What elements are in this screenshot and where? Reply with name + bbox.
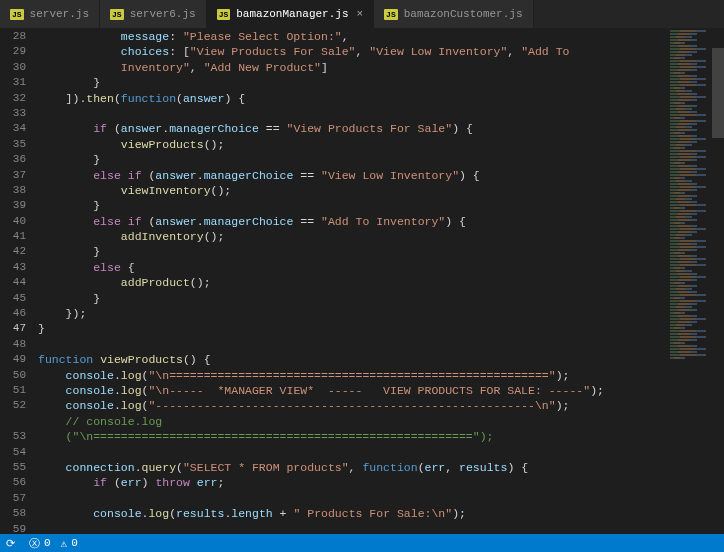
code-line[interactable]: addProduct(); <box>38 275 668 290</box>
code-line[interactable]: ]).then(function(answer) { <box>38 91 668 106</box>
error-icon: ⓧ <box>29 536 40 551</box>
line-number: 33 <box>0 106 26 121</box>
code-line[interactable]: console.log("---------------------------… <box>38 398 668 413</box>
warning-icon: ⚠ <box>61 537 68 550</box>
remote-indicator[interactable]: ⟳ <box>6 537 19 550</box>
warning-count: 0 <box>71 537 78 549</box>
code-line[interactable]: }); <box>38 306 668 321</box>
line-number: 58 <box>0 506 26 521</box>
line-number: 45 <box>0 291 26 306</box>
line-number: 42 <box>0 244 26 259</box>
js-icon: JS <box>384 9 398 20</box>
code-line[interactable]: choices: ["View Products For Sale", "Vie… <box>38 44 668 59</box>
code-line[interactable]: message: "Please Select Option:", <box>38 29 668 44</box>
line-number: 43 <box>0 260 26 275</box>
line-number: 50 <box>0 368 26 383</box>
sync-icon: ⟳ <box>6 537 15 550</box>
code-line[interactable]: else if (answer.managerChoice == "Add To… <box>38 214 668 229</box>
line-number: 37 <box>0 168 26 183</box>
editor: 2829303132333435363738394041424344454647… <box>0 28 724 534</box>
code-line[interactable]: } <box>38 152 668 167</box>
line-number: 30 <box>0 60 26 75</box>
code-line[interactable]: viewProducts(); <box>38 137 668 152</box>
line-number: 55 <box>0 460 26 475</box>
tab-label: server6.js <box>130 8 196 20</box>
tab-server[interactable]: JS server.js <box>0 0 100 28</box>
code-line[interactable]: if (answer.managerChoice == "View Produc… <box>38 121 668 136</box>
code-line[interactable]: console.log("\n----- *MANAGER VIEW* ----… <box>38 383 668 398</box>
code-line[interactable]: else { <box>38 260 668 275</box>
code-line[interactable]: addInventory(); <box>38 229 668 244</box>
code-line[interactable]: } <box>38 321 668 336</box>
js-icon: JS <box>10 9 24 20</box>
code-line[interactable] <box>38 491 668 506</box>
line-number: 54 <box>0 445 26 460</box>
code-line[interactable] <box>38 522 668 535</box>
line-number: 36 <box>0 152 26 167</box>
code-line[interactable]: connection.query("SELECT * FROM products… <box>38 460 668 475</box>
tab-bamazon-manager[interactable]: JS bamazonManager.js × <box>207 0 374 28</box>
code-line[interactable]: Inventory", "Add New Product"] <box>38 60 668 75</box>
code-line[interactable]: console.log("\n=========================… <box>38 368 668 383</box>
line-number: 32 <box>0 91 26 106</box>
code-line[interactable]: function viewProducts() { <box>38 352 668 367</box>
code-line[interactable] <box>38 337 668 352</box>
scroll-thumb[interactable] <box>712 48 724 138</box>
line-number: 47 <box>0 321 26 336</box>
line-number: 48 <box>0 337 26 352</box>
code-line[interactable]: } <box>38 291 668 306</box>
code-line[interactable] <box>38 445 668 460</box>
line-number: 31 <box>0 75 26 90</box>
code-line[interactable]: viewInventory(); <box>38 183 668 198</box>
line-number: 29 <box>0 44 26 59</box>
code-line[interactable]: console.log(results.length + " Products … <box>38 506 668 521</box>
code-line[interactable]: if (err) throw err; <box>38 475 668 490</box>
line-number: 34 <box>0 121 26 136</box>
tab-label: bamazonManager.js <box>236 8 348 20</box>
line-number: 39 <box>0 198 26 213</box>
error-count: 0 <box>44 537 51 549</box>
tab-server6[interactable]: JS server6.js <box>100 0 207 28</box>
line-number: 35 <box>0 137 26 152</box>
code-line[interactable]: ("\n====================================… <box>38 429 668 444</box>
line-number: 53 <box>0 429 26 444</box>
tab-bamazon-customer[interactable]: JS bamazonCustomer.js <box>374 0 533 28</box>
code-line[interactable]: else if (answer.managerChoice == "View L… <box>38 168 668 183</box>
close-icon[interactable]: × <box>356 8 363 20</box>
code-line[interactable]: // console.log <box>38 414 668 429</box>
line-number-gutter: 2829303132333435363738394041424344454647… <box>0 28 38 534</box>
errors-indicator[interactable]: ⓧ 0 <box>29 536 51 551</box>
code-area[interactable]: message: "Please Select Option:", choice… <box>38 28 668 534</box>
line-number: 44 <box>0 275 26 290</box>
code-line[interactable]: } <box>38 198 668 213</box>
tab-bar: JS server.js JS server6.js JS bamazonMan… <box>0 0 724 28</box>
line-number: 52 <box>0 398 26 413</box>
scrollbar-vertical[interactable] <box>712 28 724 534</box>
code-line[interactable]: } <box>38 75 668 90</box>
line-number: 57 <box>0 491 26 506</box>
line-number: 41 <box>0 229 26 244</box>
tab-label: bamazonCustomer.js <box>404 8 523 20</box>
line-number: 56 <box>0 475 26 490</box>
code-line[interactable]: } <box>38 244 668 259</box>
line-number <box>0 414 26 429</box>
line-number: 40 <box>0 214 26 229</box>
line-number: 38 <box>0 183 26 198</box>
line-number: 46 <box>0 306 26 321</box>
line-number: 49 <box>0 352 26 367</box>
js-icon: JS <box>217 9 231 20</box>
line-number: 51 <box>0 383 26 398</box>
status-bar: ⟳ ⓧ 0 ⚠ 0 <box>0 534 724 552</box>
tab-label: server.js <box>30 8 89 20</box>
js-icon: JS <box>110 9 124 20</box>
code-line[interactable] <box>38 106 668 121</box>
warnings-indicator[interactable]: ⚠ 0 <box>61 537 78 550</box>
line-number: 28 <box>0 29 26 44</box>
